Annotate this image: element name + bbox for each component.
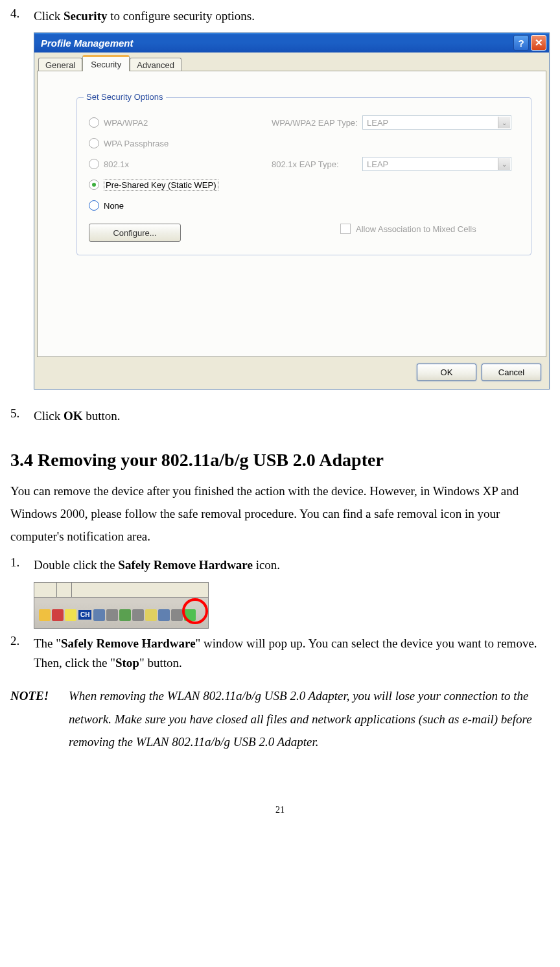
- eap-type-label: WPA/WPA2 EAP Type:: [272, 118, 358, 128]
- mixed-cells-checkbox[interactable]: Allow Association to Mixed Cells: [340, 224, 476, 234]
- security-options-group: Set Security Options WPA/WPA2 WPA/WPA2 E…: [76, 97, 531, 255]
- help-button[interactable]: ?: [513, 35, 529, 51]
- radio-icon: [89, 117, 99, 128]
- radio-icon: [89, 180, 99, 190]
- tray-icon: [145, 609, 157, 621]
- taskbar-top: [34, 583, 208, 598]
- tab-panel: Set Security Options WPA/WPA2 WPA/WPA2 E…: [37, 71, 546, 357]
- section-heading: 3.4 Removing your 802.11a/b/g USB 2.0 Ad…: [10, 450, 550, 471]
- text-bold: Safely Remove Hardware: [118, 558, 253, 572]
- highlight-circle: [182, 598, 208, 624]
- radio-label: 802.1x: [104, 159, 129, 169]
- text-fragment: The ": [34, 636, 61, 650]
- tray-icon: [106, 609, 118, 621]
- radio-icon: [89, 138, 99, 148]
- step-number: 1.: [10, 555, 34, 575]
- note-block: NOTE! When removing the WLAN 802.11a/b/g…: [10, 684, 550, 752]
- configure-button[interactable]: Configure...: [89, 224, 181, 242]
- text-fragment: button.: [82, 409, 120, 423]
- select-value: LEAP: [367, 118, 388, 128]
- paragraph: You can remove the device after you fini…: [10, 480, 550, 548]
- text-bold: OK: [64, 409, 83, 423]
- checkbox-label: Allow Association to Mixed Cells: [356, 224, 476, 234]
- ok-button[interactable]: OK: [417, 364, 476, 381]
- radio-label: None: [104, 201, 124, 211]
- cancel-button[interactable]: Cancel: [482, 364, 541, 381]
- step-2-remove: 2. The "Safely Remove Hardware" window w…: [10, 634, 550, 673]
- step-number: 4.: [10, 6, 34, 26]
- step-number: 2.: [10, 634, 34, 673]
- step-text: Double click the Safely Remove Hardware …: [34, 555, 550, 575]
- radio-label: WPA Passphrase: [104, 139, 169, 148]
- dialog-footer: OK Cancel: [34, 357, 549, 389]
- page-number: 21: [10, 805, 550, 815]
- profile-management-dialog: Profile Management ? ✕ General Security …: [34, 32, 550, 390]
- dot1x-eap-select[interactable]: LEAP ⌄: [362, 157, 511, 171]
- text-bold: Stop: [115, 656, 139, 670]
- radio-wpa[interactable]: WPA/WPA2 WPA/WPA2 EAP Type: LEAP ⌄: [89, 112, 519, 133]
- note-text: When removing the WLAN 802.11a/b/g USB 2…: [69, 684, 550, 752]
- text-fragment: Double click the: [34, 558, 118, 572]
- text-fragment: Click: [34, 409, 64, 423]
- tab-security[interactable]: Security: [82, 55, 130, 71]
- tray-icon: [158, 609, 170, 621]
- systray-screenshot: CH: [34, 582, 209, 629]
- tray-icon: [93, 609, 105, 621]
- radio-none[interactable]: None: [89, 195, 519, 216]
- select-value: LEAP: [367, 159, 388, 169]
- chevron-down-icon: ⌄: [498, 158, 510, 170]
- taskbar: CH: [34, 602, 208, 628]
- radio-psk[interactable]: Pre-Shared Key (Static WEP): [89, 174, 519, 195]
- lang-indicator: CH: [78, 610, 91, 620]
- dialog-body: General Security Advanced Set Security O…: [34, 52, 549, 357]
- text-fragment: " button.: [139, 656, 182, 670]
- radio-icon: [89, 200, 99, 211]
- window-title: Profile Management: [37, 38, 134, 49]
- tab-general[interactable]: General: [38, 58, 82, 71]
- tray-icon: [52, 609, 64, 621]
- step-4: 4. Click Security to configure security …: [10, 6, 550, 26]
- chevron-down-icon: ⌄: [498, 117, 510, 128]
- titlebar: Profile Management ? ✕: [34, 33, 549, 52]
- close-button[interactable]: ✕: [531, 35, 546, 51]
- eap-type-label: 802.1x EAP Type:: [272, 159, 339, 169]
- text-fragment: Click: [34, 9, 64, 23]
- checkbox-icon: [340, 224, 351, 234]
- text-bold: Safely Remove Hardware: [61, 636, 196, 650]
- radio-8021x[interactable]: 802.1x 802.1x EAP Type: LEAP ⌄: [89, 154, 519, 174]
- tray-icon: [119, 609, 131, 621]
- tabs: General Security Advanced: [38, 56, 546, 71]
- note-label: NOTE!: [10, 684, 69, 752]
- text-bold: Security: [64, 9, 108, 23]
- text-fragment: to configure security options.: [107, 9, 254, 23]
- radio-label: Pre-Shared Key (Static WEP): [104, 180, 218, 191]
- text-fragment: icon.: [253, 558, 280, 572]
- tray-icon: [39, 609, 51, 621]
- tray-icon: [65, 609, 76, 621]
- radio-label: WPA/WPA2: [104, 118, 148, 128]
- step-number: 5.: [10, 406, 34, 426]
- tab-advanced[interactable]: Advanced: [130, 58, 181, 71]
- tray-icon: [132, 609, 144, 621]
- step-text: Click Security to configure security opt…: [34, 6, 550, 26]
- radio-icon: [89, 159, 99, 169]
- wpa-eap-select[interactable]: LEAP ⌄: [362, 115, 511, 130]
- group-legend: Set Security Options: [84, 92, 166, 102]
- radio-passphrase[interactable]: WPA Passphrase: [89, 133, 519, 154]
- step-text: The "Safely Remove Hardware" window will…: [34, 634, 550, 673]
- step-text: Click OK button.: [34, 406, 550, 426]
- step-1-remove: 1. Double click the Safely Remove Hardwa…: [10, 555, 550, 575]
- tray-icon: [171, 609, 183, 621]
- step-5: 5. Click OK button.: [10, 406, 550, 426]
